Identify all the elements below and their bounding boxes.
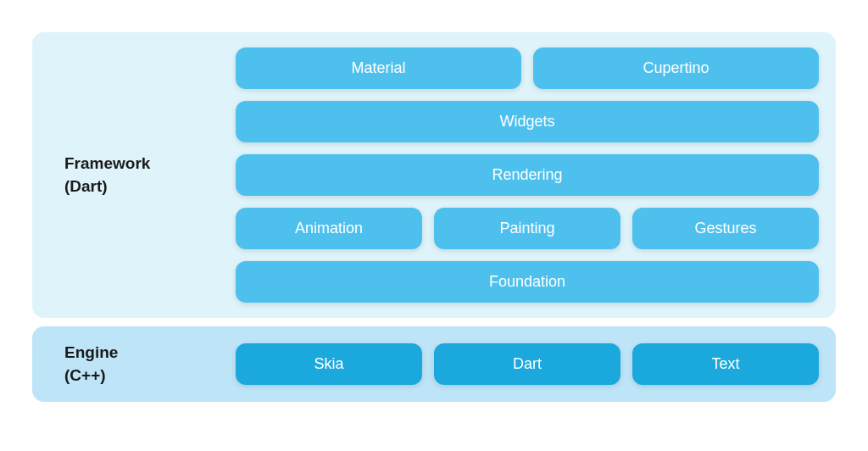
block-material: Material [236, 47, 521, 89]
framework-content: Material Cupertino Widgets Rendering Ani… [236, 47, 819, 303]
engine-label: Engine (C++) [49, 342, 236, 387]
block-animation: Animation [236, 208, 422, 249]
framework-label-title: Framework [64, 153, 236, 175]
block-foundation: Foundation [236, 261, 819, 303]
framework-label: Framework (Dart) [49, 153, 236, 198]
block-widgets: Widgets [236, 101, 819, 142]
block-skia: Skia [236, 343, 422, 385]
framework-row: Material Cupertino [236, 47, 819, 89]
engine-row: Skia Dart Text [236, 343, 819, 385]
block-gestures: Gestures [632, 208, 819, 249]
block-text: Text [632, 343, 819, 385]
engine-label-title: Engine [64, 342, 236, 365]
block-cupertino: Cupertino [533, 47, 819, 89]
block-dart: Dart [434, 343, 620, 385]
architecture-diagram: Framework (Dart) Material Cupertino Widg… [32, 32, 836, 402]
framework-section: Framework (Dart) Material Cupertino Widg… [32, 32, 836, 318]
framework-row: Foundation [236, 261, 819, 303]
framework-row: Widgets [236, 101, 819, 142]
framework-row: Rendering [236, 154, 819, 196]
engine-label-subtitle: (C++) [64, 365, 236, 387]
block-painting: Painting [434, 208, 620, 249]
engine-section: Engine (C++) Skia Dart Text [32, 326, 836, 402]
block-rendering: Rendering [236, 154, 819, 196]
framework-label-subtitle: (Dart) [64, 175, 236, 198]
framework-row: Animation Painting Gestures [236, 208, 819, 249]
engine-content: Skia Dart Text [236, 343, 819, 385]
